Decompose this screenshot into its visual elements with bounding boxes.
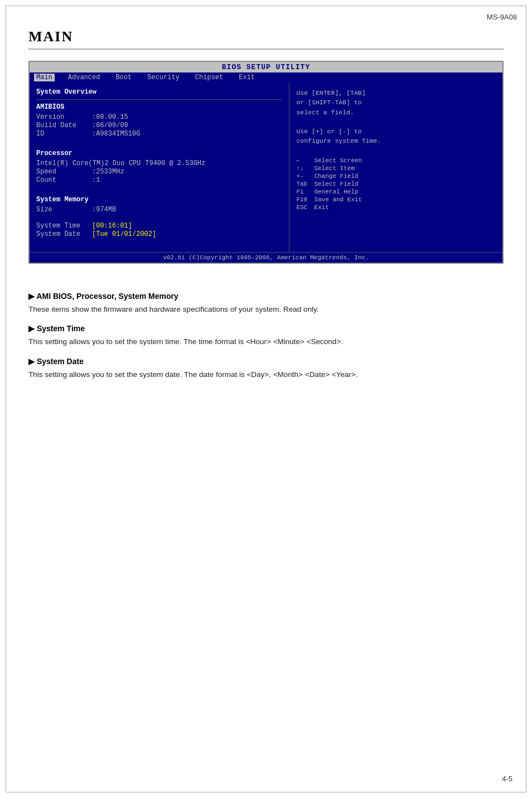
- doc-text-1: This setting allows you to set the syste…: [28, 336, 504, 347]
- system-time-row: System Time [00:16:01]: [36, 222, 282, 230]
- page-number: 4-5: [502, 775, 512, 783]
- amibios-title: AMIBIOS: [36, 103, 282, 111]
- amibios-version-label: Version: [36, 113, 92, 121]
- processor-model: T9400 @ 2.53GHz: [145, 159, 205, 167]
- bios-key-description: Save and Exit: [314, 196, 362, 203]
- doc-text-2: This setting allows you to set the syste…: [28, 369, 504, 380]
- system-overview-title: System Overview: [36, 88, 282, 96]
- bios-key-symbol: ←: [296, 157, 314, 164]
- memory-size-row: Size :974MB: [36, 206, 282, 214]
- bios-key-symbol: +-: [296, 173, 314, 180]
- bios-keys-section: ←Select Screen↑↓Select Item+-Change Fiel…: [296, 157, 496, 211]
- bios-key-symbol: ↑↓: [296, 165, 314, 172]
- bios-key-symbol: Tab: [296, 181, 314, 187]
- processor-count-row: Count :1: [36, 176, 282, 184]
- bios-key-row: F1General Help: [296, 188, 496, 195]
- bios-key-row: +-Change Field: [296, 173, 496, 180]
- processor-name: Intel(R) Core(TM)2 Duo CPU: [36, 159, 141, 167]
- processor-count-value: :1: [92, 176, 100, 184]
- bios-menu-main[interactable]: Main: [34, 74, 55, 81]
- bios-key-description: Select Screen: [314, 157, 362, 164]
- bios-menu-advanced[interactable]: Advanced: [66, 74, 103, 81]
- bios-key-row: F10Save and Exit: [296, 196, 496, 203]
- amibios-version-value: :08.00.15: [92, 113, 128, 121]
- processor-name-row: Intel(R) Core(TM)2 Duo CPU T9400 @ 2.53G…: [36, 159, 282, 167]
- page-border: MS-9A08 Main BIOS SETUP UTILITY Main Adv…: [6, 6, 526, 792]
- system-time-label: System Time: [36, 222, 92, 230]
- page-title-area: Main: [6, 6, 526, 50]
- bios-menu-exit[interactable]: Exit: [236, 74, 257, 81]
- memory-size-value: :974MB: [92, 206, 116, 214]
- amibios-id-row: ID :A9834IMS10G: [36, 130, 282, 138]
- amibios-version-row: Version :08.00.15: [36, 113, 282, 121]
- bios-help-text: Use [ENTER], [TAB] or [SHIFT-TAB] to sel…: [296, 88, 496, 146]
- system-date-label: System Date: [36, 230, 92, 238]
- bios-key-description: Select Field: [314, 181, 358, 187]
- amibios-id-label: ID: [36, 130, 92, 138]
- bios-content: System Overview AMIBIOS Version :08.00.1…: [30, 83, 502, 252]
- processor-count-label: Count: [36, 176, 92, 184]
- bios-menu-bar: Main Advanced Boot Security Chipset Exit: [30, 72, 502, 83]
- processor-speed-row: Speed :2533MHz: [36, 168, 282, 176]
- system-time-value[interactable]: [00:16:01]: [92, 222, 132, 230]
- doc-heading-2: System Date: [28, 357, 504, 366]
- processor-title: Processor: [36, 149, 282, 157]
- bios-key-description: General Help: [314, 188, 358, 195]
- processor-speed-label: Speed: [36, 168, 92, 176]
- bios-title-bar: BIOS SETUP UTILITY: [30, 62, 502, 72]
- bios-key-description: Change Field: [314, 173, 358, 180]
- doc-heading-0: AMI BIOS, Processor, System Memory: [28, 292, 504, 301]
- system-date-value[interactable]: [Tue 01/01/2002]: [92, 230, 156, 238]
- help-line2: or [SHIFT-TAB] to: [296, 99, 361, 106]
- bios-menu-chipset[interactable]: Chipset: [193, 74, 225, 81]
- bios-right-panel: Use [ENTER], [TAB] or [SHIFT-TAB] to sel…: [289, 83, 502, 252]
- bios-footer: v02.61 (C)Copyright 1985-2006, American …: [30, 252, 502, 263]
- amibios-build-label: Build Date: [36, 122, 92, 129]
- model-label: MS-9A08: [487, 13, 517, 21]
- bios-key-symbol: F10: [296, 196, 314, 203]
- memory-size-label: Size: [36, 206, 92, 214]
- help-line1: Use [ENTER], [TAB]: [296, 89, 365, 96]
- amibios-build-row: Build Date :06/09/09: [36, 122, 282, 129]
- bios-key-row: ←Select Screen: [296, 157, 496, 164]
- system-date-row: System Date [Tue 01/01/2002]: [36, 230, 282, 238]
- bios-key-symbol: F1: [296, 188, 314, 195]
- bios-key-description: Select Item: [314, 165, 355, 172]
- amibios-id-value: :A9834IMS10G: [92, 130, 140, 138]
- bios-key-row: ESCExit: [296, 204, 496, 211]
- page-title: Main: [28, 28, 504, 50]
- doc-text-0: These items show the firmware and hardwa…: [28, 304, 504, 315]
- bios-key-symbol: ESC: [296, 204, 314, 211]
- amibios-build-value: :06/09/09: [92, 122, 128, 129]
- bios-key-row: ↑↓Select Item: [296, 165, 496, 172]
- bios-menu-security[interactable]: Security: [145, 74, 182, 81]
- doc-heading-1: System Time: [28, 324, 504, 333]
- bios-key-description: Exit: [314, 204, 328, 211]
- bios-key-row: TabSelect Field: [296, 181, 496, 187]
- bios-left-panel: System Overview AMIBIOS Version :08.00.1…: [30, 83, 289, 252]
- bios-menu-boot[interactable]: Boot: [113, 74, 134, 81]
- memory-title: System Memory: [36, 196, 282, 204]
- help-line6: configure system Time.: [296, 137, 381, 144]
- help-line3: select a field.: [296, 109, 354, 116]
- help-line5: Use [+] or [-] to: [296, 128, 361, 135]
- bios-screen: BIOS SETUP UTILITY Main Advanced Boot Se…: [28, 61, 504, 264]
- documentation-section: AMI BIOS, Processor, System MemoryThese …: [6, 280, 526, 391]
- processor-speed-value: :2533MHz: [92, 168, 124, 176]
